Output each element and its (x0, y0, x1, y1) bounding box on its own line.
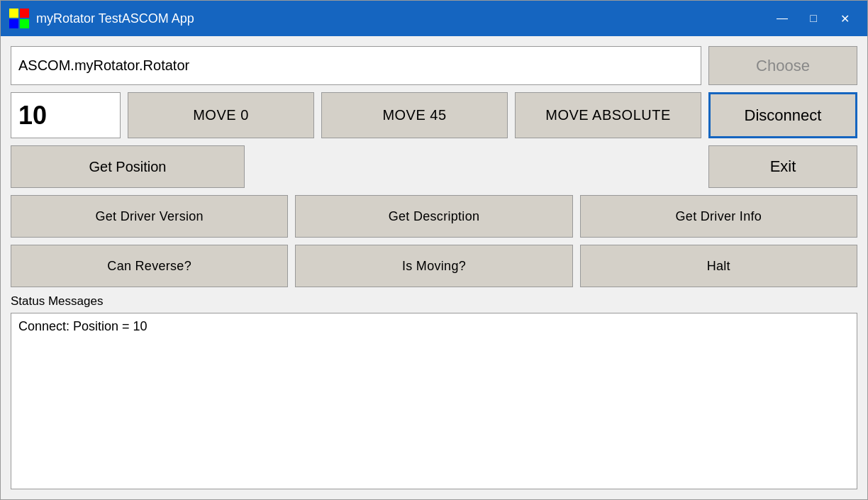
position-spacer (252, 145, 701, 188)
get-driver-info-button[interactable]: Get Driver Info (580, 195, 857, 238)
choose-button[interactable]: Choose (708, 46, 857, 85)
move0-button[interactable]: MOVE 0 (128, 92, 314, 138)
svg-rect-0 (9, 9, 18, 18)
content-area: Choose MOVE 0 MOVE 45 MOVE ABSOLUTE Disc… (1, 36, 867, 499)
minimize-button[interactable]: — (768, 7, 796, 30)
move45-button[interactable]: MOVE 45 (321, 92, 508, 138)
svg-rect-3 (20, 19, 29, 28)
is-moving-button[interactable]: Is Moving? (295, 245, 572, 287)
window-controls: — □ ✕ (768, 7, 859, 30)
disconnect-button[interactable]: Disconnect (708, 92, 857, 138)
app-icon (9, 9, 29, 28)
driver-row: Choose (11, 46, 857, 85)
exit-button[interactable]: Exit (708, 145, 857, 188)
status-message-box: Connect: Position = 10 (11, 313, 857, 489)
maximize-button[interactable]: □ (799, 7, 828, 30)
main-window: myRotator TestASCOM App — □ ✕ Choose MOV… (0, 0, 868, 500)
close-button[interactable]: ✕ (830, 7, 859, 30)
get-driver-version-button[interactable]: Get Driver Version (11, 195, 288, 238)
svg-rect-1 (20, 9, 29, 18)
can-reverse-button[interactable]: Can Reverse? (11, 245, 288, 287)
status-section: Status Messages Connect: Position = 10 (11, 294, 857, 489)
window-title: myRotator TestASCOM App (36, 11, 768, 26)
driver-info-row: Get Driver Version Get Description Get D… (11, 195, 857, 238)
halt-button[interactable]: Halt (580, 245, 857, 287)
get-position-button[interactable]: Get Position (11, 145, 245, 188)
angle-input[interactable] (11, 92, 121, 138)
driver-input[interactable] (11, 46, 701, 85)
actions-row: MOVE 0 MOVE 45 MOVE ABSOLUTE Disconnect (11, 92, 857, 138)
move-absolute-button[interactable]: MOVE ABSOLUTE (515, 92, 701, 138)
status-label: Status Messages (11, 294, 857, 309)
status-buttons-row: Can Reverse? Is Moving? Halt (11, 245, 857, 287)
title-bar: myRotator TestASCOM App — □ ✕ (1, 1, 867, 36)
position-row: Get Position Exit (11, 145, 857, 188)
svg-rect-2 (9, 19, 18, 28)
get-description-button[interactable]: Get Description (295, 195, 572, 238)
